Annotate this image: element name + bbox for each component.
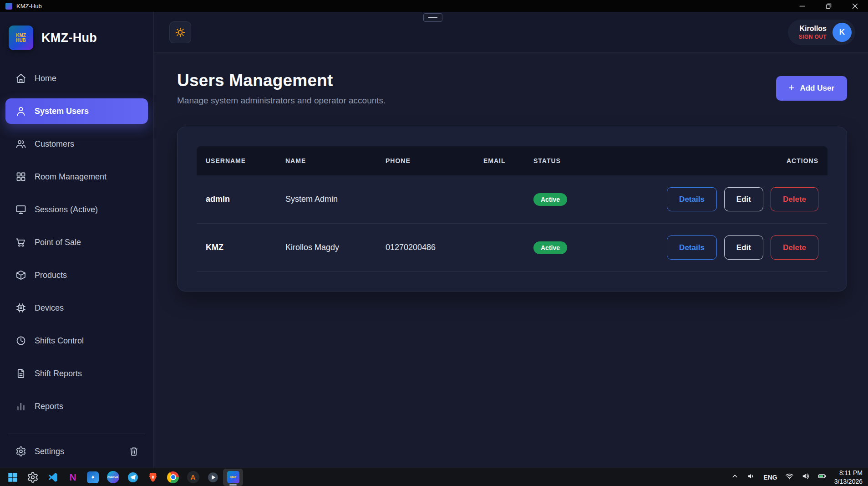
language-indicator[interactable]: ENG [763,474,777,481]
sidebar-item-label: Products [35,271,67,280]
systray-expand-button[interactable] [731,472,739,482]
sidebar-item-label: Sessions (Active) [35,205,98,215]
volume-button[interactable] [802,472,810,482]
minimize-icon [799,3,805,9]
window-drag-handle[interactable] [423,13,442,22]
sidebar-item-label: Settings [35,447,64,456]
details-button[interactable]: Details [667,187,717,211]
sidebar-item-room-management[interactable]: Room Management [5,164,148,189]
taskbar-kmzhub-button[interactable]: KMZ [223,469,243,486]
cart-icon [15,237,26,248]
systray-sound-button[interactable] [747,472,756,482]
user-icon [15,106,26,117]
monitor-icon [15,204,26,215]
taskbar-canva-button[interactable]: Canva [103,469,123,486]
battery-icon [818,472,827,481]
sidebar-footer: Settings [0,427,153,468]
blue-app-icon: ✦ [87,471,99,483]
sidebar-item-sessions[interactable]: Sessions (Active) [5,197,148,222]
app-brand: KMZ HUB KMZ-Hub [0,12,153,61]
cell-name: Kirollos Magdy [285,243,386,252]
customers-icon [15,138,26,149]
wifi-icon [785,472,794,481]
sidebar-item-customers[interactable]: Customers [5,131,148,157]
sidebar-item-devices[interactable]: Devices [5,295,148,321]
sidebar-item-shifts-control[interactable]: Shifts Control [5,328,148,353]
taskbar-vscode-button[interactable] [43,469,63,486]
sidebar-item-label: Shift Reports [35,369,82,379]
taskbar-app-orange-a-button[interactable]: A [183,469,203,486]
taskbar-chrome-button[interactable] [163,469,183,486]
edit-button[interactable]: Edit [724,187,763,211]
sidebar-item-home[interactable]: Home [5,66,148,91]
add-user-button[interactable]: + Add User [776,76,847,101]
edit-button[interactable]: Edit [724,235,763,260]
column-header-actions: ACTIONS [654,157,818,164]
sidebar-item-label: Room Management [35,172,107,182]
sidebar-item-label: Customers [35,139,74,149]
delete-button[interactable]: Delete [771,235,818,260]
grid-icon [15,171,26,182]
system-tray: ENG 8:11 PM 3/13/2026 [731,469,863,486]
taskbar-app-blue-button[interactable]: ✦ [83,469,103,486]
window-titlebar[interactable]: KMZ-Hub [0,0,868,12]
delete-button[interactable]: Delete [771,187,818,211]
table-header: USERNAME NAME PHONE EMAIL STATUS ACTIONS [197,146,827,175]
taskbar-brave-button[interactable] [143,469,163,486]
table-row: KMZ Kirollos Magdy 01270200486 Active De… [197,224,827,272]
bar-chart-icon [15,401,26,412]
app-icon [5,3,12,10]
restore-icon [826,3,832,9]
user-menu[interactable]: Kirollos SIGN OUT K [788,20,855,45]
column-header-email: EMAIL [483,157,533,164]
document-icon [15,368,26,379]
battery-button[interactable] [818,472,827,482]
app-window: KMZ HUB KMZ-Hub Home System Users Custom… [0,12,868,468]
taskbar-media-player-button[interactable] [203,469,223,486]
taskbar-clock[interactable]: 8:11 PM 3/13/2026 [834,469,863,486]
gear-icon [15,446,26,457]
vscode-icon [47,471,59,483]
user-name: Kirollos [799,25,827,33]
sidebar-item-system-users[interactable]: System Users [5,98,148,124]
a-logo-icon: A [187,471,199,483]
sidebar-item-label: System Users [35,107,89,116]
sidebar-item-products[interactable]: Products [5,262,148,288]
details-button[interactable]: Details [667,235,717,260]
kmz-hub-icon: KMZ [227,471,239,483]
avatar[interactable]: K [832,23,852,42]
topbar: Kirollos SIGN OUT K [154,12,868,53]
minimize-button[interactable] [789,0,815,12]
cell-name: System Admin [285,194,386,204]
taskbar-settings-button[interactable] [23,469,43,486]
main-area: Kirollos SIGN OUT K Users Management Man… [154,12,868,468]
sidebar-item-settings[interactable]: Settings [5,439,126,464]
clear-data-button[interactable] [126,444,148,459]
close-button[interactable] [842,0,868,12]
taskbar-app-purple-n-button[interactable]: N [63,469,83,486]
sidebar-item-label: Shifts Control [35,336,84,346]
theme-toggle-button[interactable] [169,21,191,43]
column-header-status: STATUS [533,157,654,164]
clock-time: 8:11 PM [834,469,863,477]
app-logo: KMZ HUB [9,26,33,50]
page-title: Users Management [177,71,386,90]
windows-logo-icon [7,471,19,483]
desktop: KMZ-Hub KMZ HUB KMZ-Hub [0,0,868,486]
sidebar-item-label: Point of Sale [35,238,81,247]
gear-icon [27,471,39,483]
status-badge: Active [533,241,567,254]
cell-username: admin [206,194,285,204]
sidebar-item-reports[interactable]: Reports [5,394,148,419]
chevron-up-icon [731,472,739,481]
sidebar-item-point-of-sale[interactable]: Point of Sale [5,230,148,255]
sidebar-item-shift-reports[interactable]: Shift Reports [5,361,148,386]
column-header-phone: PHONE [386,157,483,164]
taskbar: N ✦ Canva A KMZ [0,468,868,486]
sign-out-button[interactable]: SIGN OUT [799,34,827,40]
taskbar-start-button[interactable] [3,469,23,486]
restore-button[interactable] [815,0,842,12]
wifi-button[interactable] [785,472,794,482]
taskbar-telegram-button[interactable] [123,469,143,486]
sidebar-item-label: Reports [35,402,63,411]
